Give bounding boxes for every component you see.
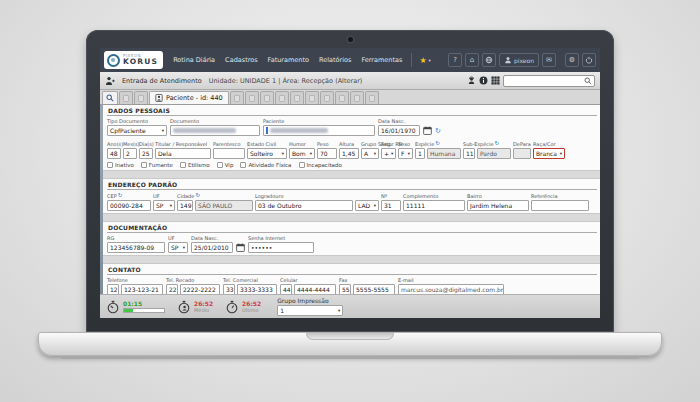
favorites-star-button[interactable]: ★ ▾	[419, 56, 430, 65]
field-cep: CEP↻ 00090-284	[107, 192, 151, 211]
brand-name: KORUS	[123, 58, 158, 66]
menu-rotina-diaria[interactable]: Rotina Diária	[173, 56, 215, 64]
globe-button[interactable]	[482, 53, 496, 67]
meses-input[interactable]: 2	[123, 148, 137, 159]
checkbox-box	[299, 162, 305, 168]
tel-comercial-ddd-input[interactable]: 33	[223, 284, 235, 294]
email-input[interactable]: marcus.souza@digitalmed.com.br	[398, 284, 504, 294]
grid-button[interactable]	[491, 76, 500, 85]
checkbox-inativo[interactable]: Inativo	[107, 162, 134, 168]
field-dias: Dia(s) 25	[139, 141, 153, 159]
calendar-icon[interactable]	[236, 243, 245, 252]
humor-select[interactable]: Bom▾	[289, 148, 315, 159]
celular-ddd-input[interactable]: 44	[280, 284, 292, 294]
cidade-code-input[interactable]: 149	[177, 200, 193, 211]
celular-input[interactable]: 4444-4444	[294, 284, 336, 294]
sexo-select[interactable]: F▾	[398, 148, 413, 159]
field-titular: Titular / Responsável Dela	[155, 141, 211, 159]
menu-cadastros[interactable]: Cadastros	[225, 56, 257, 64]
field-email: E-mail marcus.souza@digitalmed.com.br	[398, 277, 504, 294]
uf-doc-select[interactable]: SP▾	[168, 242, 188, 253]
refresh-icon[interactable]: ↻	[495, 140, 500, 147]
tel-comercial-input[interactable]: 3333-3333	[237, 284, 277, 294]
senha-internet-input[interactable]: ••••••	[248, 242, 314, 253]
checkbox-incapacitado[interactable]: Incapacitado	[299, 162, 342, 168]
refresh-icon[interactable]: ↻	[435, 140, 440, 147]
menu-relatorios[interactable]: Relatórios	[319, 56, 351, 64]
parentesco-input[interactable]	[213, 148, 245, 159]
checkbox-vip[interactable]: Vip	[217, 162, 234, 168]
side-strip	[100, 105, 103, 294]
medio-time-label: Médio	[194, 307, 213, 313]
rg-input[interactable]: 123456789-09	[107, 242, 165, 253]
home-button[interactable]: ⌂	[465, 53, 479, 67]
korus-logo[interactable]: PIXEON KORUS	[104, 51, 163, 69]
field-label: Sub-Espécie↻	[463, 140, 511, 147]
checkbox-etilismo[interactable]: Etilismo	[180, 162, 210, 168]
attendant-button[interactable]	[467, 76, 476, 85]
documentacao-row: RG 123456789-09 UF SP▾ Data Nasc. 25/01/…	[104, 233, 600, 255]
tab-search[interactable]	[102, 91, 118, 104]
refresh-icon[interactable]: ↻	[195, 192, 200, 199]
settings-button[interactable]: ⚙	[565, 53, 579, 67]
sub-especie-code-input[interactable]: 11	[463, 148, 475, 159]
documento-input[interactable]	[170, 125, 260, 136]
tipo-documento-select[interactable]: CpfPaciente▾	[107, 125, 167, 136]
numero-input[interactable]: 31	[381, 200, 401, 211]
data-nasc-input[interactable]: 16/01/1970	[378, 125, 420, 136]
tab-patient[interactable]: Paciente - id: 440	[149, 91, 229, 104]
help-button[interactable]: ?	[448, 53, 462, 67]
user-button[interactable]: pixeon	[499, 53, 539, 67]
tipo-logradouro-select[interactable]: LAD▾	[355, 200, 379, 211]
tel-recado-ddd-input[interactable]: 22	[166, 284, 178, 294]
complemento-input[interactable]: 11111	[403, 200, 465, 211]
section-endereco: ENDEREÇO PADRÃO	[107, 179, 597, 190]
tab-disabled-12	[365, 91, 379, 104]
page-title: Entrada de Atendimento	[122, 77, 202, 85]
search-input[interactable]	[503, 75, 595, 87]
checkbox-atividade-fisica[interactable]: Atividade Física	[240, 162, 291, 168]
telefone-input[interactable]: 123-123-21	[121, 284, 163, 294]
top-navbar: PIXEON KORUS Rotina Diária Cadastros Fat…	[100, 48, 600, 72]
uf-select[interactable]: SP▾	[153, 200, 175, 211]
user-name: pixeon	[514, 57, 534, 64]
fax-ddd-input[interactable]: 55	[339, 284, 351, 294]
estado-civil-select[interactable]: Solteiro▾	[247, 148, 287, 159]
refresh-icon[interactable]: ↻	[118, 192, 123, 199]
tab-disabled-3	[230, 91, 244, 104]
power-button[interactable]	[582, 53, 596, 67]
fator-rh-select[interactable]: +▾	[381, 148, 396, 159]
dias-input[interactable]: 25	[139, 148, 153, 159]
chevron-down-icon: ▾	[282, 151, 284, 156]
referencia-input[interactable]	[531, 200, 589, 211]
altura-input[interactable]: 1,45	[339, 148, 359, 159]
mail-button[interactable]: ✉	[542, 53, 556, 67]
tel-recado-input[interactable]: 2222-2222	[180, 284, 220, 294]
telefone-ddd-input[interactable]: 12	[107, 284, 119, 294]
bairro-input[interactable]: Jardim Helena	[467, 200, 529, 211]
cep-input[interactable]: 00090-284	[107, 200, 151, 211]
paciente-input[interactable]	[263, 125, 375, 136]
logradouro-input[interactable]: 03 de Outubro	[255, 200, 353, 211]
checkbox-fumante[interactable]: Fumante	[141, 162, 173, 168]
anos-input[interactable]: 48	[107, 148, 121, 159]
user-icon	[504, 56, 512, 64]
calendar-icon[interactable]	[423, 126, 432, 135]
info-button[interactable]	[479, 76, 488, 85]
peso-input[interactable]: 70	[317, 148, 337, 159]
field-celular: Celular 44 4444-4444	[280, 277, 336, 294]
main-menu: Rotina Diária Cadastros Faturamento Rela…	[173, 56, 402, 64]
data-nasc-doc-input[interactable]: 25/01/2010	[191, 242, 233, 253]
unit-area-context[interactable]: Unidade: UNIDADE 1 | Área: Recepção (Alt…	[209, 77, 363, 85]
webcam-dot	[348, 37, 353, 42]
grupo-impressao-select[interactable]: 1▾	[277, 305, 343, 316]
menu-ferramentas[interactable]: Ferramentas	[361, 56, 402, 64]
fax-input[interactable]: 5555-5555	[353, 284, 395, 294]
desktop-background: PIXEON KORUS Rotina Diária Cadastros Fat…	[0, 0, 700, 402]
grupo-sang-select[interactable]: A▾	[361, 148, 379, 159]
titular-input[interactable]: Dela	[155, 148, 211, 159]
raca-cor-select[interactable]: Branca▾	[533, 148, 565, 159]
especie-code-input[interactable]: 1	[415, 148, 425, 159]
menu-faturamento[interactable]: Faturamento	[268, 56, 309, 64]
refresh-icon[interactable]: ↻	[435, 128, 441, 135]
